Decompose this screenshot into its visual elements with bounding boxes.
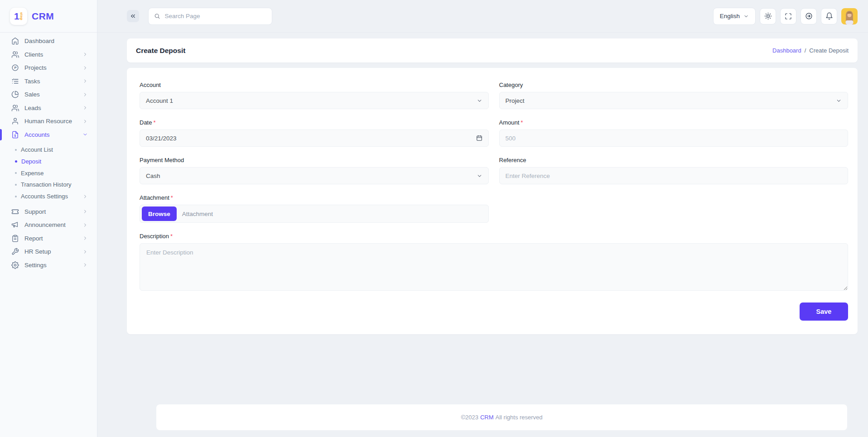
create-deposit-form: Account Account 1 Category Project Date* [127, 68, 858, 334]
sidebar-subitem-label: Deposit [21, 158, 41, 165]
sidebar-item-label: Report [24, 235, 43, 242]
chevron-down-icon [477, 98, 482, 104]
required-asterisk: * [153, 119, 155, 126]
date-label: Date* [140, 119, 489, 126]
bullet-icon [15, 196, 17, 197]
attachment-file-input[interactable]: Browse Attachment [140, 205, 489, 223]
footer: ©2023 CRM All rights reserved [156, 404, 847, 430]
sidebar: 1 stop CRM Dashboard Clients P Projects [0, 0, 97, 437]
sidebar-item-report[interactable]: Report [0, 231, 97, 245]
description-textarea[interactable] [140, 243, 848, 291]
main-area: English [97, 0, 868, 437]
sidebar-subitem-account-list[interactable]: Account List [0, 144, 97, 156]
save-button[interactable]: Save [800, 303, 848, 321]
sidebar-item-label: HR Setup [24, 248, 51, 255]
topbar: English [97, 0, 868, 33]
notifications-button[interactable] [821, 8, 837, 24]
sidebar-subitem-expense[interactable]: Expense [0, 167, 97, 179]
required-asterisk: * [171, 194, 173, 201]
bullet-icon [15, 172, 17, 174]
breadcrumb-current: Create Deposit [809, 47, 849, 54]
language-selector[interactable]: English [713, 8, 756, 25]
home-icon [11, 37, 19, 45]
amount-input-wrap [499, 130, 849, 147]
chevron-right-icon [82, 119, 88, 124]
chevron-right-icon [82, 92, 88, 97]
reference-label: Reference [499, 157, 849, 163]
sidebar-item-human-resource[interactable]: Human Resource [0, 115, 97, 128]
sidebar-item-label: Announcement [24, 221, 66, 228]
reference-input[interactable] [506, 173, 842, 179]
brand-name: CRM [32, 11, 54, 22]
sidebar-subitem-deposit[interactable]: Deposit [0, 156, 97, 168]
browse-button[interactable]: Browse [142, 206, 177, 221]
calendar-icon[interactable] [476, 135, 482, 141]
brand-logo[interactable]: 1 stop CRM [0, 0, 97, 33]
double-chevron-left-icon [130, 13, 136, 19]
tools-icon [11, 248, 19, 255]
sidebar-item-label: Sales [24, 91, 40, 98]
project-icon: P [11, 64, 19, 72]
search-box [148, 8, 272, 25]
chevron-down-icon [743, 14, 749, 19]
sidebar-item-projects[interactable]: P Projects [0, 61, 97, 75]
sidebar-item-label: Projects [24, 64, 47, 71]
sidebar-item-label: Dashboard [24, 38, 54, 44]
date-value: 03/21/2023 [146, 135, 476, 142]
page-header-card: Create Deposit Dashboard / Create Deposi… [127, 38, 858, 62]
sidebar-item-accounts[interactable]: $ Accounts [0, 128, 97, 142]
footer-rights: All rights reserved [496, 414, 543, 421]
sidebar-item-tasks[interactable]: Tasks [0, 75, 97, 88]
sidebar-subitem-label: Accounts Settings [21, 193, 68, 200]
chevron-right-icon [82, 222, 88, 228]
fullscreen-button[interactable] [780, 8, 796, 24]
description-label: Description* [140, 233, 848, 240]
sidebar-item-leads[interactable]: Leads [0, 101, 97, 115]
sidebar-item-clients[interactable]: Clients [0, 48, 97, 62]
bell-icon [825, 12, 833, 20]
account-label: Account [140, 82, 489, 88]
sidebar-item-sales[interactable]: Sales [0, 88, 97, 101]
chevron-down-icon [477, 173, 482, 179]
pie-chart-icon [11, 91, 19, 98]
description-field: Description* [140, 233, 848, 293]
sidebar-subitem-label: Transaction History [21, 181, 72, 188]
theme-toggle-button[interactable] [760, 8, 776, 24]
payment-method-select[interactable]: Cash [140, 167, 489, 184]
search-input[interactable] [165, 13, 266, 19]
svg-text:P: P [14, 66, 16, 70]
breadcrumb-dashboard-link[interactable]: Dashboard [772, 47, 801, 54]
arrow-circle-icon [805, 12, 813, 20]
sidebar-item-dashboard[interactable]: Dashboard [0, 34, 97, 48]
language-label: English [720, 13, 740, 19]
sidebar-item-label: Support [24, 208, 46, 215]
sidebar-item-settings[interactable]: Settings [0, 258, 97, 272]
footer-brand: CRM [480, 414, 494, 421]
category-select[interactable]: Project [499, 92, 849, 109]
sidebar-item-support[interactable]: Support [0, 205, 97, 218]
sidebar-collapse-button[interactable] [127, 10, 139, 22]
account-select[interactable]: Account 1 [140, 92, 489, 109]
payment-method-field: Payment Method Cash [140, 157, 489, 184]
chevron-down-icon [836, 98, 842, 104]
user-avatar[interactable] [841, 8, 858, 24]
date-field: Date* 03/21/2023 [140, 119, 489, 147]
logout-button[interactable] [800, 8, 817, 24]
amount-input[interactable] [506, 135, 842, 142]
page-title: Create Deposit [136, 47, 185, 55]
chevron-down-icon [82, 132, 88, 137]
sidebar-item-hr-setup[interactable]: HR Setup [0, 245, 97, 259]
sidebar-item-label: Human Resource [24, 118, 72, 125]
required-asterisk: * [521, 119, 523, 126]
sidebar-item-announcement[interactable]: Announcement [0, 218, 97, 232]
date-input[interactable]: 03/21/2023 [140, 130, 489, 147]
sidebar-nav: Dashboard Clients P Projects Tasks [0, 33, 97, 272]
amount-field: Amount* [499, 119, 849, 147]
search-icon [154, 13, 160, 19]
content: Create Deposit Dashboard / Create Deposi… [97, 33, 868, 437]
sidebar-subitem-accounts-settings[interactable]: Accounts Settings [0, 191, 97, 202]
sidebar-item-label: Tasks [24, 78, 40, 85]
bullet-icon [15, 184, 17, 186]
chevron-right-icon [82, 52, 88, 57]
sidebar-subitem-transaction-history[interactable]: Transaction History [0, 179, 97, 191]
